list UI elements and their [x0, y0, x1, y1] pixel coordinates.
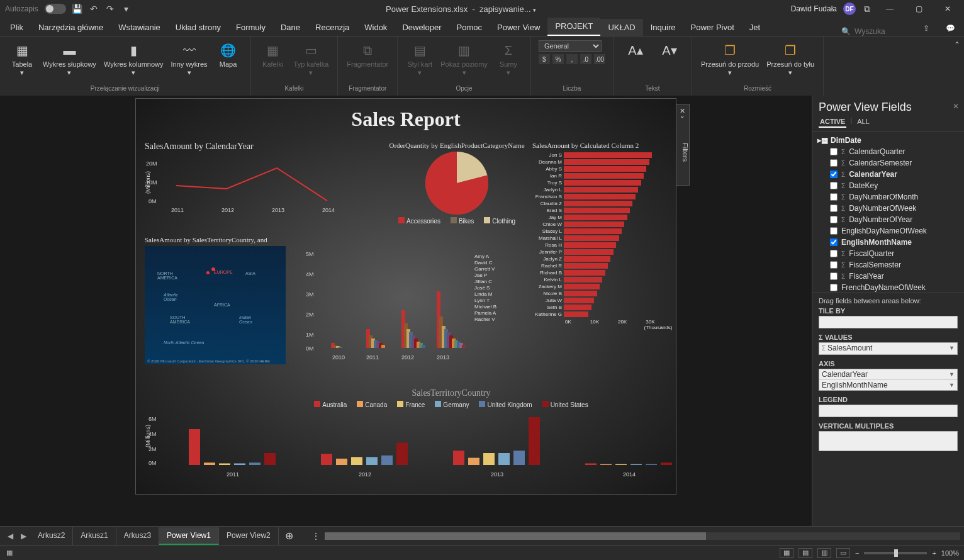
- redo-icon[interactable]: ↷: [105, 4, 115, 14]
- viz-wykres-kolumnowy[interactable]: ▮Wykres kolumnowy ▾: [101, 39, 166, 79]
- view-normal-icon[interactable]: ▦: [780, 548, 793, 558]
- user-avatar[interactable]: DF: [843, 3, 856, 15]
- bring-forward-button[interactable]: ❐Przesuń do przodu ▾: [698, 39, 761, 79]
- field-item-CalendarQuarter[interactable]: ΣCalendarQuarter: [817, 146, 959, 157]
- sheet-tab-power-view2[interactable]: Power View2: [219, 527, 279, 545]
- field-item-FiscalSemester[interactable]: ΣFiscalSemester: [817, 259, 959, 271]
- area-vmult-title: VERTICAL MULTIPLES: [819, 422, 958, 430]
- autosave-toggle[interactable]: [45, 4, 66, 14]
- ribbon-tab-plik[interactable]: Plik: [3, 19, 31, 36]
- ribbon-tab-jet[interactable]: Jet: [742, 19, 768, 36]
- filters-close-icon[interactable]: ✕: [679, 107, 687, 115]
- field-item-EnglishMonthName[interactable]: EnglishMonthName: [817, 237, 959, 248]
- minimize-button[interactable]: —: [878, 0, 901, 18]
- collapse-ribbon-icon[interactable]: ⌃: [954, 36, 964, 96]
- font-decrease-button[interactable]: A▾: [654, 39, 685, 63]
- ribbon-tab-pomoc[interactable]: Pomoc: [449, 19, 490, 36]
- ribbon-tab-narzędzia-główne[interactable]: Narzędzia główne: [31, 19, 111, 36]
- ribbon-tab-układ[interactable]: UKŁAD: [600, 19, 642, 36]
- field-item-EnglishDayNameOfWeek[interactable]: EnglishDayNameOfWeek: [817, 225, 959, 237]
- ribbon-tab-formuły[interactable]: Formuły: [228, 19, 273, 36]
- field-item-CalendarYear[interactable]: ΣCalendarYear: [817, 169, 959, 180]
- tileby-well[interactable]: [819, 316, 958, 328]
- sheet-menu-icon[interactable]: ⋮: [312, 532, 320, 540]
- zoom-slider[interactable]: [864, 552, 927, 554]
- close-button[interactable]: ✕: [936, 0, 959, 18]
- ribbon-display-icon[interactable]: ⧉: [862, 4, 872, 14]
- zoom-in-button[interactable]: +: [932, 549, 936, 557]
- fields-tab-all[interactable]: ALL: [856, 116, 871, 128]
- filters-expand-icon[interactable]: ›: [679, 116, 687, 118]
- add-sheet-button[interactable]: ⊕: [279, 530, 300, 542]
- ribbon-tab-inquire[interactable]: Inquire: [643, 19, 683, 36]
- field-item-FrenchDayNameOfWeek[interactable]: FrenchDayNameOfWeek: [817, 282, 959, 293]
- comments-icon[interactable]: 💬: [941, 21, 959, 36]
- viz-tabela[interactable]: ▦Tabela ▾: [6, 39, 38, 79]
- ribbon-tab-deweloper[interactable]: Deweloper: [395, 19, 449, 36]
- field-item-CalendarSemester[interactable]: ΣCalendarSemester: [817, 157, 959, 169]
- svg-text:2013: 2013: [272, 207, 284, 213]
- sheet-tab-power-view1[interactable]: Power View1: [159, 527, 219, 545]
- percent-icon[interactable]: %: [552, 54, 564, 64]
- field-item-DayNumberOfWeek[interactable]: ΣDayNumberOfWeek: [817, 203, 959, 214]
- view-custom-icon[interactable]: ▭: [836, 548, 850, 558]
- power-view-report[interactable]: Sales Report ✕ › Filters SalesAmount by …: [135, 98, 676, 495]
- sheet-tab-arkusz1[interactable]: Arkusz1: [73, 527, 116, 545]
- sheet-nav-prev[interactable]: ◀: [4, 532, 17, 540]
- values-well[interactable]: Σ SalesAmount▼: [819, 342, 958, 355]
- sheet-tab-arkusz2[interactable]: Arkusz2: [30, 527, 73, 545]
- ribbon-tab-widok[interactable]: Widok: [357, 19, 395, 36]
- line-chart[interactable]: SalesAmount by CalendarYear 20M 10M 0M 2…: [145, 142, 352, 223]
- viz-inny-wykres[interactable]: 〰Inny wykres ▾: [169, 39, 210, 79]
- font-increase-button[interactable]: A▴: [620, 39, 651, 63]
- axis-well[interactable]: CalendarYear▼EnglishMonthName▼: [819, 369, 958, 391]
- svg-text:2012: 2012: [359, 471, 371, 478]
- legend-well[interactable]: [819, 405, 958, 417]
- sheet-nav-next[interactable]: ▶: [17, 532, 30, 540]
- comma-icon[interactable]: ,: [566, 54, 578, 64]
- fields-close-icon[interactable]: ✕: [948, 98, 964, 115]
- map-chart[interactable]: SalesAmount by SalesTerritoryCountry, an…: [145, 236, 289, 362]
- zoom-out-button[interactable]: −: [855, 549, 859, 557]
- svg-rect-60: [264, 453, 276, 465]
- stacked-bar-chart[interactable]: 5M 4M 3M 2M 1M 0M 2010 2011 2012 2013 Am…: [306, 247, 620, 373]
- number-format-select[interactable]: General: [539, 40, 602, 52]
- fields-table-header[interactable]: ▸▦ DimDate: [817, 135, 959, 146]
- field-item-DayNumberOfMonth[interactable]: ΣDayNumberOfMonth: [817, 191, 959, 203]
- increase-decimal-icon[interactable]: .0: [580, 54, 591, 64]
- ribbon-tab-recenzja[interactable]: Recenzja: [308, 19, 357, 36]
- field-item-FiscalYear[interactable]: ΣFiscalYear: [817, 271, 959, 282]
- decrease-decimal-icon[interactable]: .00: [594, 54, 605, 64]
- ribbon-tab-power-pivot[interactable]: Power Pivot: [683, 19, 741, 36]
- field-item-DateKey[interactable]: ΣDateKey: [817, 180, 959, 191]
- view-break-icon[interactable]: ▥: [817, 548, 831, 558]
- grouped-bar-chart[interactable]: SalesTerritoryCountry AustraliaCanadaFra…: [145, 388, 758, 489]
- save-icon[interactable]: 💾: [72, 4, 82, 14]
- ribbon-tab-power-view[interactable]: Power View: [490, 19, 547, 36]
- field-item-DayNumberOfYear[interactable]: ΣDayNumberOfYear: [817, 214, 959, 225]
- fields-tab-active[interactable]: ACTIVE: [819, 116, 846, 128]
- maximize-button[interactable]: ▢: [907, 0, 930, 18]
- svg-rect-34: [422, 345, 425, 348]
- qat-dropdown-icon[interactable]: ▾: [121, 4, 132, 14]
- report-canvas-area[interactable]: Sales Report ✕ › Filters SalesAmount by …: [0, 96, 812, 526]
- ribbon-tab-projekt[interactable]: PROJEKT: [547, 18, 600, 36]
- ribbon-tab-układ-strony[interactable]: Układ strony: [168, 19, 228, 36]
- ribbon-tab-wstawianie[interactable]: Wstawianie: [111, 19, 167, 36]
- horizontal-scrollbar[interactable]: [325, 532, 960, 540]
- send-backward-button[interactable]: ❐Przesuń do tyłu ▾: [764, 39, 817, 79]
- undo-icon[interactable]: ↶: [89, 4, 99, 14]
- zoom-value[interactable]: 100%: [941, 549, 959, 557]
- fields-list[interactable]: ▸▦ DimDate ΣCalendarQuarterΣCalendarSeme…: [812, 132, 964, 293]
- view-layout-icon[interactable]: ▤: [799, 548, 812, 558]
- ribbon-search-input[interactable]: [855, 27, 905, 36]
- viz-wykres-słupkowy[interactable]: ▬Wykres słupkowy ▾: [40, 39, 99, 79]
- sheet-tab-arkusz3[interactable]: Arkusz3: [116, 527, 159, 545]
- field-item-FiscalQuarter[interactable]: ΣFiscalQuarter: [817, 248, 959, 259]
- viz-mapa[interactable]: 🌐Mapa: [213, 39, 244, 71]
- currency-icon[interactable]: $: [539, 54, 550, 64]
- ribbon-tab-dane[interactable]: Dane: [273, 19, 308, 36]
- pie-chart[interactable]: OrderQuantity by EnglishProductCategoryN…: [362, 142, 551, 236]
- vmult-well[interactable]: [819, 431, 958, 451]
- share-icon[interactable]: ⇪: [917, 21, 935, 36]
